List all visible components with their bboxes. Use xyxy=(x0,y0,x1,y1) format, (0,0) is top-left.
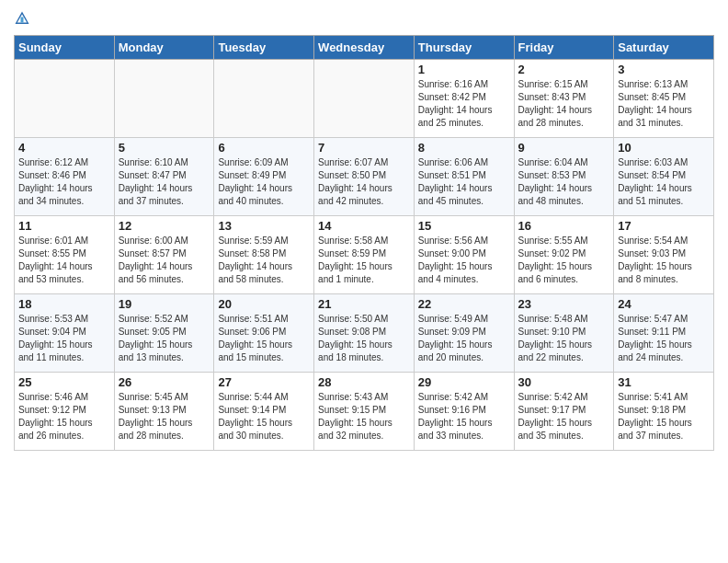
day-number: 8 xyxy=(418,141,510,155)
day-info: Sunrise: 5:44 AM Sunset: 9:14 PM Dayligh… xyxy=(218,391,310,442)
svg-rect-2 xyxy=(21,17,24,22)
calendar-cell: 30Sunrise: 5:42 AM Sunset: 9:17 PM Dayli… xyxy=(514,372,614,450)
calendar-cell: 3Sunrise: 6:13 AM Sunset: 8:45 PM Daylig… xyxy=(614,59,714,137)
calendar-cell: 29Sunrise: 5:42 AM Sunset: 9:16 PM Dayli… xyxy=(414,372,514,450)
day-info: Sunrise: 6:01 AM Sunset: 8:55 PM Dayligh… xyxy=(18,235,110,286)
day-info: Sunrise: 6:09 AM Sunset: 8:49 PM Dayligh… xyxy=(218,156,310,208)
calendar-cell: 28Sunrise: 5:43 AM Sunset: 9:15 PM Dayli… xyxy=(314,372,415,450)
day-info: Sunrise: 5:45 AM Sunset: 9:13 PM Dayligh… xyxy=(119,391,210,442)
calendar-cell: 10Sunrise: 6:03 AM Sunset: 8:54 PM Dayli… xyxy=(614,137,714,215)
day-info: Sunrise: 5:42 AM Sunset: 9:16 PM Dayligh… xyxy=(418,391,510,442)
day-info: Sunrise: 5:58 AM Sunset: 8:59 PM Dayligh… xyxy=(318,235,410,286)
day-info: Sunrise: 5:47 AM Sunset: 9:11 PM Dayligh… xyxy=(618,313,710,364)
calendar-cell: 21Sunrise: 5:50 AM Sunset: 9:08 PM Dayli… xyxy=(314,293,415,372)
day-number: 26 xyxy=(119,375,210,389)
day-number: 15 xyxy=(418,219,510,233)
calendar-cell: 4Sunrise: 6:12 AM Sunset: 8:46 PM Daylig… xyxy=(15,137,115,215)
day-info: Sunrise: 6:10 AM Sunset: 8:47 PM Dayligh… xyxy=(119,156,210,208)
day-number: 18 xyxy=(18,297,110,311)
calendar-cell: 2Sunrise: 6:15 AM Sunset: 8:43 PM Daylig… xyxy=(514,59,614,137)
weekday-header-thursday: Thursday xyxy=(414,35,514,59)
weekday-header-row: SundayMondayTuesdayWednesdayThursdayFrid… xyxy=(15,35,714,59)
calendar-cell: 12Sunrise: 6:00 AM Sunset: 8:57 PM Dayli… xyxy=(114,215,214,293)
calendar-table: SundayMondayTuesdayWednesdayThursdayFrid… xyxy=(14,35,714,451)
day-number: 1 xyxy=(418,63,510,76)
calendar-cell: 19Sunrise: 5:52 AM Sunset: 9:05 PM Dayli… xyxy=(114,293,214,372)
calendar-cell: 8Sunrise: 6:06 AM Sunset: 8:51 PM Daylig… xyxy=(414,137,514,215)
calendar-week-4: 18Sunrise: 5:53 AM Sunset: 9:04 PM Dayli… xyxy=(15,293,714,372)
day-info: Sunrise: 6:06 AM Sunset: 8:51 PM Dayligh… xyxy=(418,156,510,208)
day-number: 14 xyxy=(318,219,410,233)
calendar-week-3: 11Sunrise: 6:01 AM Sunset: 8:55 PM Dayli… xyxy=(15,215,714,293)
day-info: Sunrise: 6:07 AM Sunset: 8:50 PM Dayligh… xyxy=(318,156,410,208)
day-info: Sunrise: 6:00 AM Sunset: 8:57 PM Dayligh… xyxy=(119,235,210,286)
calendar-cell: 13Sunrise: 5:59 AM Sunset: 8:58 PM Dayli… xyxy=(214,215,314,293)
day-number: 21 xyxy=(318,297,410,311)
day-number: 28 xyxy=(318,375,410,389)
day-info: Sunrise: 5:52 AM Sunset: 9:05 PM Dayligh… xyxy=(119,313,210,364)
calendar-cell: 16Sunrise: 5:55 AM Sunset: 9:02 PM Dayli… xyxy=(514,215,614,293)
day-number: 25 xyxy=(18,375,110,389)
calendar-cell xyxy=(314,59,415,137)
day-info: Sunrise: 5:54 AM Sunset: 9:03 PM Dayligh… xyxy=(618,235,710,286)
day-info: Sunrise: 5:59 AM Sunset: 8:58 PM Dayligh… xyxy=(218,235,310,286)
logo-icon xyxy=(14,10,30,27)
calendar-cell xyxy=(15,59,115,137)
calendar-cell: 22Sunrise: 5:49 AM Sunset: 9:09 PM Dayli… xyxy=(414,293,514,372)
weekday-header-tuesday: Tuesday xyxy=(214,35,314,59)
calendar-week-2: 4Sunrise: 6:12 AM Sunset: 8:46 PM Daylig… xyxy=(15,137,714,215)
calendar-cell: 27Sunrise: 5:44 AM Sunset: 9:14 PM Dayli… xyxy=(214,372,314,450)
day-number: 3 xyxy=(618,63,710,76)
day-number: 11 xyxy=(18,219,110,233)
page-container: SundayMondayTuesdayWednesdayThursdayFrid… xyxy=(0,0,728,460)
calendar-cell: 18Sunrise: 5:53 AM Sunset: 9:04 PM Dayli… xyxy=(15,293,115,372)
day-info: Sunrise: 5:41 AM Sunset: 9:18 PM Dayligh… xyxy=(618,391,710,442)
calendar-cell: 14Sunrise: 5:58 AM Sunset: 8:59 PM Dayli… xyxy=(314,215,415,293)
calendar-cell xyxy=(214,59,314,137)
day-number: 29 xyxy=(418,375,510,389)
calendar-cell: 26Sunrise: 5:45 AM Sunset: 9:13 PM Dayli… xyxy=(114,372,214,450)
calendar-cell: 24Sunrise: 5:47 AM Sunset: 9:11 PM Dayli… xyxy=(614,293,714,372)
calendar-cell: 11Sunrise: 6:01 AM Sunset: 8:55 PM Dayli… xyxy=(15,215,115,293)
day-info: Sunrise: 5:50 AM Sunset: 9:08 PM Dayligh… xyxy=(318,313,410,364)
calendar-cell: 9Sunrise: 6:04 AM Sunset: 8:53 PM Daylig… xyxy=(514,137,614,215)
day-info: Sunrise: 6:16 AM Sunset: 8:42 PM Dayligh… xyxy=(418,78,510,130)
day-info: Sunrise: 5:48 AM Sunset: 9:10 PM Dayligh… xyxy=(518,313,610,364)
day-number: 23 xyxy=(518,297,610,311)
day-info: Sunrise: 6:13 AM Sunset: 8:45 PM Dayligh… xyxy=(618,78,710,130)
header xyxy=(14,9,714,28)
day-number: 20 xyxy=(218,297,310,311)
weekday-header-monday: Monday xyxy=(114,35,214,59)
day-info: Sunrise: 6:15 AM Sunset: 8:43 PM Dayligh… xyxy=(518,78,610,130)
day-number: 4 xyxy=(18,141,110,155)
day-info: Sunrise: 5:53 AM Sunset: 9:04 PM Dayligh… xyxy=(18,313,110,364)
weekday-header-saturday: Saturday xyxy=(614,35,714,59)
weekday-header-wednesday: Wednesday xyxy=(314,35,415,59)
calendar-cell: 5Sunrise: 6:10 AM Sunset: 8:47 PM Daylig… xyxy=(114,137,214,215)
calendar-cell: 17Sunrise: 5:54 AM Sunset: 9:03 PM Dayli… xyxy=(614,215,714,293)
calendar-cell: 23Sunrise: 5:48 AM Sunset: 9:10 PM Dayli… xyxy=(514,293,614,372)
day-info: Sunrise: 6:04 AM Sunset: 8:53 PM Dayligh… xyxy=(518,156,610,208)
day-number: 7 xyxy=(318,141,410,155)
calendar-cell: 15Sunrise: 5:56 AM Sunset: 9:00 PM Dayli… xyxy=(414,215,514,293)
day-number: 12 xyxy=(119,219,210,233)
day-number: 22 xyxy=(418,297,510,311)
calendar-cell: 1Sunrise: 6:16 AM Sunset: 8:42 PM Daylig… xyxy=(414,59,514,137)
day-number: 27 xyxy=(218,375,310,389)
day-number: 19 xyxy=(119,297,210,311)
weekday-header-sunday: Sunday xyxy=(15,35,115,59)
day-number: 10 xyxy=(618,141,710,155)
logo xyxy=(14,9,33,28)
day-number: 30 xyxy=(518,375,610,389)
day-number: 2 xyxy=(518,63,610,76)
day-number: 5 xyxy=(119,141,210,155)
day-info: Sunrise: 5:51 AM Sunset: 9:06 PM Dayligh… xyxy=(218,313,310,364)
day-info: Sunrise: 5:42 AM Sunset: 9:17 PM Dayligh… xyxy=(518,391,610,442)
day-number: 17 xyxy=(618,219,710,233)
day-number: 13 xyxy=(218,219,310,233)
day-number: 31 xyxy=(618,375,710,389)
day-info: Sunrise: 5:56 AM Sunset: 9:00 PM Dayligh… xyxy=(418,235,510,286)
weekday-header-friday: Friday xyxy=(514,35,614,59)
day-number: 16 xyxy=(518,219,610,233)
day-info: Sunrise: 5:46 AM Sunset: 9:12 PM Dayligh… xyxy=(18,391,110,442)
